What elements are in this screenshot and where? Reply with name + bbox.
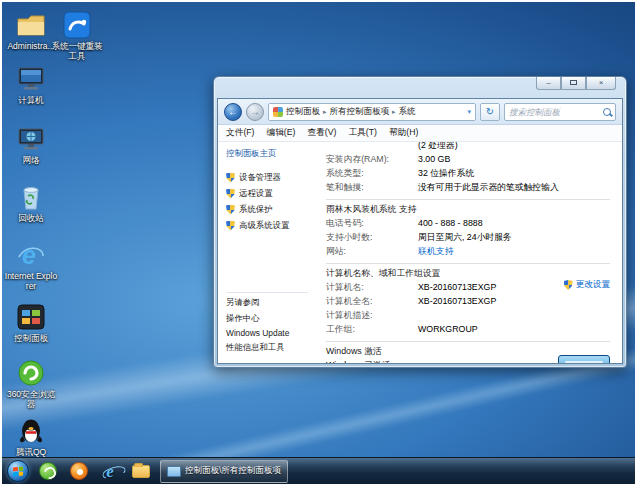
sidebar-item-advanced-settings[interactable]: 高级系统设置: [226, 220, 308, 231]
sidebar-item-label: 远程设置: [239, 188, 273, 199]
taskbar-icon-internet-explorer[interactable]: e: [98, 459, 122, 483]
desktop-icon-internet-explorer[interactable]: e Internet Explorer: [4, 240, 58, 292]
desktop-icon-360-browser[interactable]: 360安全浏览器: [4, 358, 58, 410]
search-box: [504, 103, 616, 121]
desktop-icon-label: 计算机: [4, 96, 58, 106]
forward-button[interactable]: →: [246, 103, 264, 121]
desktop-icon-label: 控制面板: [4, 334, 58, 344]
sidebar-item-label: 高级系统设置: [239, 220, 289, 231]
desktop-icon-computer[interactable]: 计算机: [4, 64, 58, 106]
sidebar-item-remote-settings[interactable]: 远程设置: [226, 188, 308, 199]
desktop-icon-label: Internet Explorer: [4, 272, 58, 292]
info-row-system-type: 系统类型: 32 位操作系统: [326, 168, 610, 180]
breadcrumb-system[interactable]: 系统: [399, 106, 416, 118]
menu-bar: 文件(F) 编辑(E) 查看(V) 工具(T) 帮助(H): [218, 125, 622, 142]
taskbar-window-title: 控制面板\所有控制面板项: [185, 465, 281, 477]
support-header: 雨林木风装机系统 支持: [326, 204, 610, 216]
system-info-panel: (2 处理器) 安装内存(RAM): 3.00 GB 系统类型: 32 位操作系…: [314, 142, 622, 363]
desktop-icon-label: 360安全浏览器: [4, 390, 58, 410]
control-panel-address-icon: [273, 107, 283, 117]
address-dropdown-icon[interactable]: ▾: [467, 108, 471, 116]
sidebar-item-windows-update[interactable]: Windows Update: [226, 328, 308, 338]
taskbar-icon-360-browser[interactable]: [36, 459, 60, 483]
menu-view[interactable]: 查看(V): [307, 127, 336, 139]
info-row-ram: 安装内存(RAM): 3.00 GB: [326, 154, 610, 166]
orange-browser-icon: [70, 462, 88, 480]
back-button[interactable]: ←: [224, 103, 242, 121]
sidebar-item-home[interactable]: 控制面板主页: [226, 148, 308, 159]
refresh-button[interactable]: ↻: [480, 103, 500, 121]
taskbar-active-window-button[interactable]: 控制面板\所有控制面板项: [160, 460, 288, 483]
desktop-icon-label: 回收站: [4, 214, 58, 224]
online-support-link[interactable]: 联机支持: [418, 246, 453, 258]
change-settings-link[interactable]: 更改设置: [564, 279, 610, 291]
desktop-icon-qq[interactable]: 腾讯QQ: [4, 416, 58, 458]
support-section: 雨林木风装机系统 支持 电话号码: 400 - 888 - 8888 支持小时数…: [326, 199, 610, 258]
search-icon: [603, 108, 611, 116]
info-row-pen-touch: 笔和触摸: 没有可用于此显示器的笔或触控输入: [326, 182, 610, 194]
sidebar-item-device-manager[interactable]: 设备管理器: [226, 172, 308, 183]
refresh-icon: ↻: [486, 106, 494, 117]
name-row-full-name: 计算机全名: XB-20160713EXGP: [326, 296, 610, 308]
navigation-bar: ← → 控制面板 ▸ 所有控制面板项 ▸ 系统 ▾ ↻: [218, 99, 622, 125]
taskbar-icon-explorer[interactable]: [129, 459, 153, 483]
see-also-section: 另请参阅 操作中心 Windows Update 性能信息和工具: [226, 292, 308, 357]
system-window: – × ← → 控制面板 ▸ 所有控制面板项 ▸ 系统 ▾: [213, 76, 627, 368]
menu-help[interactable]: 帮助(H): [389, 127, 418, 139]
minimize-button[interactable]: –: [536, 77, 561, 90]
breadcrumb-separator-icon: ▸: [392, 108, 396, 116]
search-input[interactable]: [509, 107, 600, 117]
windows-flag-icon: [13, 466, 23, 476]
sidebar-item-label: 设备管理器: [239, 172, 281, 183]
svg-text:e: e: [22, 241, 36, 269]
breadcrumb-all-items[interactable]: 所有控制面板项: [330, 106, 390, 118]
start-button[interactable]: [7, 460, 29, 482]
menu-file[interactable]: 文件(F): [226, 127, 254, 139]
support-row-hours: 支持小时数: 周日至周六, 24小时服务: [326, 232, 610, 244]
activation-section: Windows 激活 Windows 已激活 产品 ID: 00426-OEM-…: [326, 341, 610, 363]
breadcrumb-separator-icon: ▸: [323, 108, 327, 116]
uac-shield-icon: [226, 189, 235, 199]
sidebar-item-system-protection[interactable]: 系统保护: [226, 204, 308, 215]
360-browser-icon: [15, 358, 47, 388]
window-client-area: ← → 控制面板 ▸ 所有控制面板项 ▸ 系统 ▾ ↻: [217, 98, 623, 364]
minimize-icon: –: [546, 78, 550, 87]
sidebar-item-action-center[interactable]: 操作中心: [226, 313, 308, 324]
breadcrumb-control-panel[interactable]: 控制面板: [286, 106, 320, 118]
taskbar: e 控制面板\所有控制面板项: [2, 457, 635, 484]
internet-explorer-icon: e: [15, 240, 47, 270]
support-row-phone: 电话号码: 400 - 888 - 8888: [326, 218, 610, 230]
uac-shield-icon: [564, 280, 573, 290]
user-folder-icon: [15, 10, 47, 40]
uac-shield-icon: [226, 205, 235, 215]
desktop-icon-control-panel[interactable]: 控制面板: [4, 302, 58, 344]
desktop-icon-reinstall-tool[interactable]: 系统一键重装工具: [50, 10, 104, 62]
maximize-button[interactable]: [561, 77, 586, 90]
desktop-icon-recycle-bin[interactable]: 回收站: [4, 182, 58, 224]
name-row-workgroup: 工作组: WORKGROUP: [326, 324, 610, 336]
desktop-icon-network[interactable]: 网络: [4, 124, 58, 166]
menu-tools[interactable]: 工具(T): [348, 127, 376, 139]
network-icon: [15, 124, 47, 154]
screen: Administra... 系统一键重装工具 计算机 网络 回收站: [0, 0, 637, 486]
internet-explorer-icon: e: [106, 463, 114, 480]
name-row-description: 计算机描述:: [326, 310, 610, 322]
computer-name-section: 计算机名称、域和工作组设置 更改设置 计算机名: XB-20160713EXGP…: [326, 263, 610, 336]
control-panel-window-icon: [167, 466, 181, 477]
breadcrumb[interactable]: 控制面板 ▸ 所有控制面板项 ▸ 系统 ▾: [268, 103, 476, 121]
menu-edit[interactable]: 编辑(E): [266, 127, 295, 139]
close-button[interactable]: ×: [586, 77, 616, 90]
support-row-website: 网站: 联机支持: [326, 246, 610, 258]
sidebar-item-performance-tools[interactable]: 性能信息和工具: [226, 342, 308, 353]
taskbar-icon-browser[interactable]: [67, 459, 91, 483]
genuine-windows-badge[interactable]: 正版授权: [558, 355, 610, 363]
maximize-icon: [570, 80, 577, 85]
badge-fine-print: [565, 361, 603, 363]
see-also-divider: [226, 292, 308, 293]
uac-shield-icon: [226, 173, 235, 183]
desktop-icon-label: 系统一键重装工具: [50, 42, 104, 62]
folder-icon: [132, 465, 150, 478]
processor-value-clipped: (2 处理器): [418, 142, 610, 152]
desktop-icon-label: 网络: [4, 156, 58, 166]
see-also-header: 另请参阅: [226, 297, 308, 308]
